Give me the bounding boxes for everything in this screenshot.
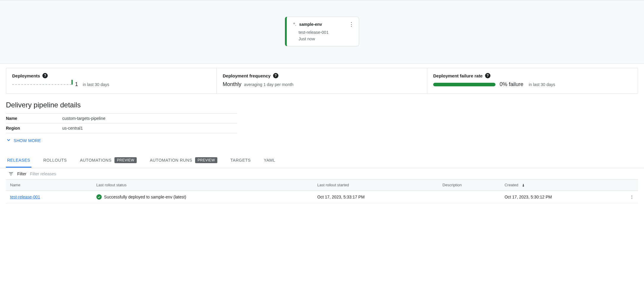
- detail-val: us-central1: [62, 123, 237, 133]
- details-heading: Delivery pipeline details: [6, 101, 638, 109]
- preview-badge: PREVIEW: [114, 157, 137, 163]
- show-more-label: SHOW MORE: [14, 138, 41, 143]
- detail-row-name: Name custom-targets-pipeline: [6, 114, 237, 123]
- detail-row-region: Region us-central1: [6, 123, 237, 133]
- col-name[interactable]: Name: [6, 180, 92, 191]
- metric-failure-title: Deployment failure rate: [433, 73, 483, 78]
- pipeline-details-section: Delivery pipeline details Name custom-ta…: [0, 94, 644, 147]
- col-description[interactable]: Description: [438, 180, 500, 191]
- frequency-value: Monthly: [223, 81, 241, 87]
- status-text: Successfully deployed to sample-env (lat…: [104, 195, 186, 199]
- releases-table: Name Last rollout status Last rollout st…: [6, 179, 638, 203]
- metric-deployments-title: Deployments: [12, 73, 40, 78]
- table-row: test-release-001 Successfully deployed t…: [6, 190, 638, 203]
- filter-label: Filter: [17, 171, 26, 176]
- pipeline-visualization: sample-env ⋮ test-release-001 Just now: [0, 0, 644, 64]
- failure-value: 0% failure: [500, 81, 523, 88]
- deployments-sparkline: [12, 84, 71, 85]
- tab-label: TARGETS: [230, 158, 251, 163]
- detail-val: custom-targets-pipeline: [62, 114, 237, 123]
- sort-desc-icon: [521, 183, 525, 187]
- show-more-button[interactable]: SHOW MORE: [6, 137, 41, 144]
- frequency-sub: averaging 1 day per month: [244, 82, 294, 87]
- metric-failure-rate: Deployment failure rate ? 0% failure in …: [427, 68, 638, 93]
- tab-automations[interactable]: AUTOMATIONS PREVIEW: [79, 153, 138, 168]
- help-icon[interactable]: ?: [273, 73, 278, 78]
- filter-icon: [8, 171, 14, 177]
- failure-sub: in last 30 days: [529, 82, 555, 87]
- row-more-menu[interactable]: ⋮: [626, 190, 638, 203]
- tab-label: YAML: [264, 158, 275, 163]
- tab-targets[interactable]: TARGETS: [229, 154, 252, 168]
- chevron-down-icon: [6, 137, 11, 144]
- tab-bar: RELEASES ROLLOUTS AUTOMATIONS PREVIEW AU…: [0, 153, 644, 168]
- detail-key: Name: [6, 114, 62, 123]
- deployments-value: 1: [75, 81, 78, 88]
- preview-badge: PREVIEW: [195, 157, 217, 163]
- stage-time-label: Just now: [299, 36, 354, 41]
- tab-releases[interactable]: RELEASES: [6, 154, 31, 168]
- release-link[interactable]: test-release-001: [10, 195, 40, 199]
- stage-release-label: test-release-001: [299, 30, 354, 35]
- stage-card-sample-env[interactable]: sample-env ⋮ test-release-001 Just now: [285, 17, 359, 46]
- help-icon[interactable]: ?: [42, 73, 48, 78]
- tab-yaml[interactable]: YAML: [263, 154, 277, 168]
- tab-automation-runs[interactable]: AUTOMATION RUNS PREVIEW: [149, 153, 219, 168]
- metric-deployments: Deployments ? 1 in last 30 days: [6, 68, 217, 93]
- col-started[interactable]: Last rollout started: [313, 180, 438, 191]
- stage-env-name: sample-env: [299, 22, 346, 27]
- col-created[interactable]: Created: [500, 180, 626, 191]
- tab-label: AUTOMATIONS: [80, 158, 111, 163]
- metrics-row: Deployments ? 1 in last 30 days Deployme…: [6, 68, 638, 94]
- tab-label: ROLLOUTS: [43, 158, 67, 163]
- created-text: Oct 17, 2023, 5:30:12 PM: [500, 190, 626, 203]
- help-icon[interactable]: ?: [485, 73, 490, 78]
- sparkle-icon: [291, 22, 297, 27]
- started-text: Oct 17, 2023, 5:33:17 PM: [313, 190, 438, 203]
- col-status[interactable]: Last rollout status: [92, 180, 313, 191]
- tab-rollouts[interactable]: ROLLOUTS: [42, 154, 68, 168]
- deployments-sub: in last 30 days: [83, 82, 109, 87]
- failure-rate-bar: [433, 83, 495, 86]
- detail-key: Region: [6, 123, 62, 133]
- description-text: [438, 190, 500, 203]
- tab-label: AUTOMATION RUNS: [150, 158, 192, 163]
- filter-bar: Filter: [0, 168, 644, 179]
- check-circle-icon: [96, 194, 102, 200]
- stage-more-menu[interactable]: ⋮: [349, 21, 354, 28]
- filter-input[interactable]: [30, 171, 119, 176]
- tab-label: RELEASES: [7, 158, 30, 163]
- metric-frequency: Deployment frequency ? Monthly averaging…: [217, 68, 427, 93]
- metric-frequency-title: Deployment frequency: [223, 73, 271, 78]
